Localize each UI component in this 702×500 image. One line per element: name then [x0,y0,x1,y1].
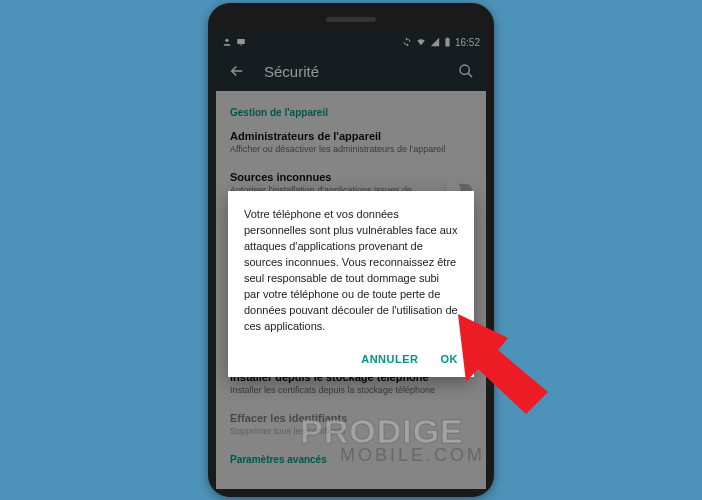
dialog-actions: ANNULER OK [244,335,458,369]
phone-speaker [326,17,376,22]
confirmation-dialog: Votre téléphone et vos données personnel… [228,191,474,377]
watermark: PRODIGE MOBILE.COM [300,416,485,463]
dialog-body-text: Votre téléphone et vos données personnel… [244,207,458,335]
watermark-line1: PRODIGE [300,416,485,447]
ok-button[interactable]: OK [441,353,459,365]
cancel-button[interactable]: ANNULER [361,353,418,365]
